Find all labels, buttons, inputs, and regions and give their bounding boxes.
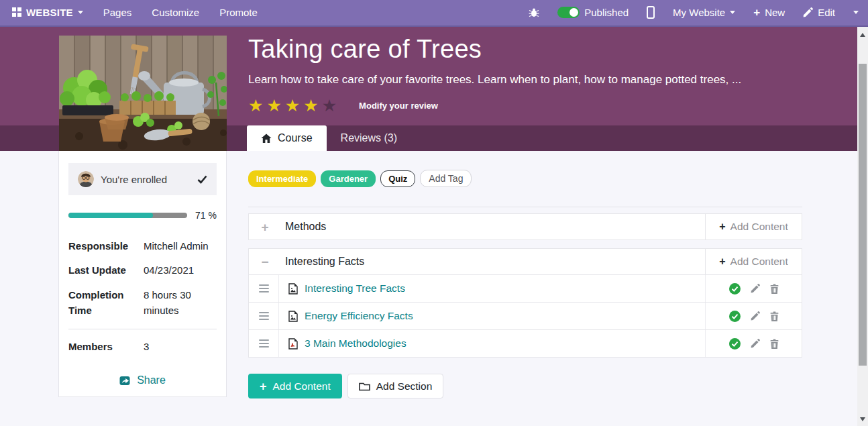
course-cover-image	[59, 36, 227, 151]
check-icon	[197, 175, 207, 184]
plus-icon: +	[260, 380, 267, 392]
course-info-card: You're enrolled 71 % Responsible Mitchel…	[58, 151, 227, 397]
divider	[248, 207, 802, 207]
edit-button[interactable]: Edit	[803, 7, 835, 18]
edit-pencil-icon[interactable]	[751, 339, 760, 348]
share-link[interactable]: Share	[68, 374, 217, 386]
modify-review-link[interactable]: Modify your review	[359, 101, 438, 111]
content-link[interactable]: Interesting Tree Facts	[305, 282, 405, 295]
file-image-icon	[288, 283, 298, 295]
published-check-icon[interactable]	[729, 338, 741, 350]
drag-handle[interactable]	[249, 303, 279, 329]
chevron-down-icon	[78, 11, 83, 14]
section-title: Methods	[285, 221, 326, 233]
detail-row-members: Members 3	[68, 339, 217, 354]
mobile-phone-icon	[647, 6, 655, 19]
star-rating[interactable]: ★★★★★	[248, 97, 340, 114]
progress-fill	[68, 213, 153, 218]
scroll-down-arrow[interactable]	[860, 417, 865, 421]
enrolled-status-box: You're enrolled	[68, 163, 217, 195]
garden-photo	[59, 36, 227, 151]
share-icon	[119, 375, 131, 386]
website-app-menu[interactable]: WEBSITE	[12, 7, 83, 18]
vertical-scrollbar[interactable]	[857, 27, 868, 426]
file-image-icon	[288, 311, 298, 322]
content-row: 3 Main Methodologies	[248, 330, 802, 358]
edit-pencil-icon[interactable]	[751, 284, 760, 293]
delete-trash-icon[interactable]	[770, 311, 779, 321]
add-content-section-button[interactable]: + Add Content	[705, 214, 802, 239]
published-toggle[interactable]	[557, 7, 580, 18]
published-toggle-group: Published	[557, 7, 629, 18]
chevron-down-icon	[853, 11, 859, 14]
nav-item-pages[interactable]: Pages	[103, 7, 132, 18]
avatar	[78, 171, 94, 187]
mobile-preview-button[interactable]	[647, 6, 655, 19]
tab-reviews[interactable]: Reviews (3)	[327, 125, 411, 151]
drag-handle[interactable]	[249, 275, 279, 302]
enrolled-label: You're enrolled	[101, 174, 191, 185]
section-methods: + Methods + Add Content	[248, 213, 802, 240]
scrollbar-thumb[interactable]	[859, 64, 867, 366]
bug-icon	[529, 7, 539, 17]
content-link[interactable]: Energy Efficiency Facts	[305, 310, 413, 322]
add-section-button[interactable]: Add Section	[347, 374, 444, 398]
section-interesting-facts: − Interesting Facts + Add Content	[248, 248, 802, 275]
content-actions: + Add Content Add Section	[248, 374, 802, 398]
drag-handle[interactable]	[249, 330, 279, 357]
plus-icon: +	[753, 7, 760, 18]
course-details: Responsible Mitchell Admin Last Update 0…	[68, 238, 217, 354]
published-check-icon[interactable]	[729, 311, 741, 322]
course-content-area: Intermediate Gardener Quiz Add Tag + Met…	[248, 170, 802, 398]
edit-pencil-icon[interactable]	[751, 311, 760, 321]
star-icon[interactable]: ★	[303, 96, 321, 115]
course-description: Learn how to take care of your favorite …	[248, 73, 741, 87]
divider	[68, 329, 217, 329]
content-link[interactable]: 3 Main Methodologies	[305, 337, 406, 350]
add-content-section-button[interactable]: + Add Content	[705, 249, 802, 274]
my-website-menu[interactable]: My Website	[673, 7, 735, 18]
star-icon[interactable]: ★	[322, 96, 340, 115]
delete-trash-icon[interactable]	[770, 284, 779, 294]
course-title: Taking care of Trees	[248, 35, 741, 64]
scroll-up-arrow[interactable]	[860, 33, 865, 37]
share-label: Share	[137, 374, 166, 386]
delete-trash-icon[interactable]	[770, 339, 779, 349]
plus-icon: +	[719, 256, 725, 268]
debug-bug-icon[interactable]	[529, 7, 539, 17]
file-pdf-icon	[288, 338, 298, 350]
apps-grid-icon	[12, 7, 21, 17]
nav-item-promote[interactable]: Promote	[219, 7, 258, 18]
elearning-course-page: WEBSITE Pages Customize Promote	[0, 0, 868, 426]
progress-percent-label: 71 %	[195, 210, 217, 221]
content-row: Energy Efficiency Facts	[248, 303, 802, 330]
chevron-down-icon	[730, 11, 735, 14]
navbar-more-menu[interactable]	[853, 11, 859, 14]
detail-row-responsible: Responsible Mitchell Admin	[68, 238, 217, 254]
home-icon	[261, 134, 272, 144]
website-app-label: WEBSITE	[26, 7, 73, 18]
nav-item-customize[interactable]: Customize	[152, 7, 199, 18]
tag-gardener[interactable]: Gardener	[321, 170, 376, 187]
star-icon[interactable]: ★	[266, 96, 284, 115]
detail-row-last-update: Last Update 04/23/2021	[68, 262, 217, 278]
add-content-button[interactable]: + Add Content	[248, 374, 342, 398]
published-check-icon[interactable]	[729, 283, 741, 295]
folder-icon	[359, 382, 370, 391]
course-progress: 71 %	[68, 210, 217, 221]
tag-intermediate[interactable]: Intermediate	[248, 170, 316, 187]
expand-section-icon[interactable]: +	[260, 221, 270, 233]
plus-icon: +	[719, 221, 725, 233]
collapse-section-icon[interactable]: −	[260, 256, 270, 268]
tab-course[interactable]: Course	[247, 125, 327, 151]
star-icon[interactable]: ★	[248, 96, 266, 115]
progress-bar	[68, 213, 187, 218]
tag-quiz[interactable]: Quiz	[380, 170, 415, 187]
detail-row-completion-time: Completion Time 8 hours 30 minutes	[68, 287, 217, 319]
content-row: Interesting Tree Facts	[248, 275, 802, 303]
add-tag-button[interactable]: Add Tag	[420, 170, 472, 187]
top-navbar: WEBSITE Pages Customize Promote	[0, 0, 868, 27]
pencil-icon	[803, 7, 813, 17]
star-icon[interactable]: ★	[285, 96, 303, 115]
new-button[interactable]: + New	[753, 7, 785, 18]
